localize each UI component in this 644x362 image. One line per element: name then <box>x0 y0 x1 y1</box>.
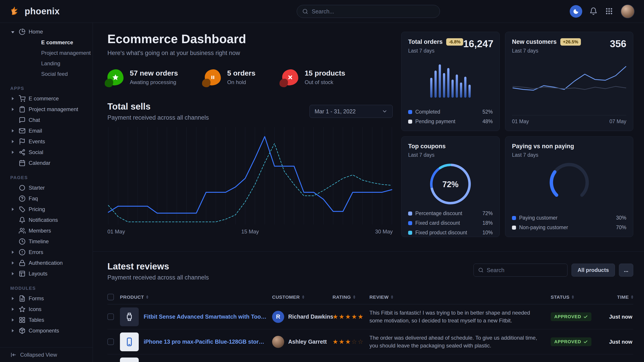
total-sells-chart <box>108 127 393 225</box>
navbar-actions <box>570 4 634 18</box>
sidebar-item-e-commerce-app[interactable]: E commerce <box>0 93 93 104</box>
chevron-right-icon <box>10 140 16 143</box>
legend-label: Fixed product discount <box>415 230 467 236</box>
sidebar-subitem-e-commerce[interactable]: E commerce <box>0 37 93 48</box>
total-sells-x-axis: 01 May 15 May 30 May <box>108 229 393 235</box>
chevron-right-icon <box>10 308 16 311</box>
sidebar-item-home[interactable]: Home <box>0 26 93 37</box>
column-header-rating[interactable]: RATING <box>332 295 370 300</box>
sidebar-subitem-label: E commerce <box>41 39 73 46</box>
reviews-search-input[interactable] <box>487 267 563 274</box>
sidebar-item-members[interactable]: Members <box>0 225 93 236</box>
column-label: STATUS <box>551 295 570 300</box>
column-header-review[interactable]: REVIEW <box>370 295 551 300</box>
notifications-button[interactable] <box>590 7 598 16</box>
global-search[interactable] <box>297 5 440 18</box>
column-header-status[interactable]: STATUS <box>551 295 602 300</box>
sidebar-item-label: E commerce <box>29 95 59 102</box>
sort-icon <box>391 295 393 299</box>
legend-item: Completed 52% <box>408 109 493 115</box>
alert-circle-icon <box>19 249 26 256</box>
sidebar-item-calendar[interactable]: Calendar <box>0 158 93 168</box>
row-checkbox[interactable] <box>108 314 114 320</box>
date-range-select[interactable]: Mar 1 - 31, 2022 <box>310 105 393 118</box>
sidebar-item-pricing[interactable]: Pricing <box>0 204 93 215</box>
table-row: iPhone 13 pro max-Pacific Blue-128GB sto… <box>108 329 633 355</box>
select-all-checkbox[interactable] <box>108 294 114 300</box>
sidebar-item-errors[interactable]: Errors <box>0 247 93 258</box>
sidebar-section-pages: PAGES <box>0 175 93 180</box>
sort-icon <box>631 295 633 299</box>
sidebar-item-label: Layouts <box>29 271 48 277</box>
sidebar-item-label: Pricing <box>29 206 45 212</box>
check-icon <box>583 315 588 319</box>
column-header-time[interactable]: TIME <box>602 295 633 300</box>
sidebar-item-chat[interactable]: Chat <box>0 115 93 125</box>
apps-grid-button[interactable] <box>605 7 614 16</box>
pie-chart-icon <box>19 28 26 35</box>
card-period: Last 7 days <box>512 152 626 158</box>
collapsed-view-toggle[interactable]: Collapsed View <box>0 347 93 362</box>
sidebar-subitem-landing[interactable]: Landing <box>0 58 93 69</box>
circle-icon <box>19 184 26 191</box>
sidebar-item-notifications[interactable]: Notifications <box>0 215 93 225</box>
legend-value: 10% <box>482 230 493 236</box>
app-root: phoenix Home E commerce Project manageme… <box>0 0 644 362</box>
sidebar-item-authentication[interactable]: Authentication <box>0 258 93 268</box>
cart-icon <box>19 95 26 102</box>
sidebar-item-events[interactable]: Events <box>0 136 93 147</box>
sidebar-item-icons[interactable]: Icons <box>0 304 93 315</box>
collapsed-view-label: Collapsed View <box>20 352 57 358</box>
theme-toggle-button[interactable] <box>570 5 582 18</box>
column-label: CUSTOMER <box>272 295 300 300</box>
sidebar-item-project-management-app[interactable]: Project management <box>0 104 93 115</box>
sidebar-item-starter[interactable]: Starter <box>0 182 93 193</box>
sidebar-item-label: Faq <box>29 195 38 202</box>
reviews-subtitle: Payment received across all channels <box>108 274 209 281</box>
more-options-button[interactable]: ... <box>619 264 633 277</box>
main-content: Ecommerce Dashboard Here's what's going … <box>93 23 644 362</box>
chevron-down-icon <box>382 108 388 114</box>
sidebar-item-email[interactable]: Email <box>0 125 93 136</box>
column-header-customer[interactable]: CUSTOMER <box>272 295 332 300</box>
table-row: Fitbit Sense Advanced Smartwatch with To… <box>108 304 633 329</box>
status-badge: APPROVED <box>551 338 592 346</box>
product-link[interactable]: Fitbit Sense Advanced Smartwatch with To… <box>144 314 267 320</box>
moon-icon <box>572 8 579 15</box>
stats-row: 57 new orders Awating processing 5 order… <box>108 69 393 85</box>
product-link[interactable]: iPhone 13 pro max-Pacific Blue-128GB sto… <box>144 339 267 345</box>
phone-icon <box>124 337 134 347</box>
global-search-input[interactable] <box>312 8 434 15</box>
product-image <box>120 333 139 351</box>
sidebar-item-social[interactable]: Social <box>0 147 93 158</box>
chevron-right-icon <box>10 318 16 322</box>
product-image <box>120 358 139 362</box>
user-avatar[interactable] <box>621 4 634 18</box>
stat-on-hold: 5 orders On hold <box>205 69 255 85</box>
row-checkbox[interactable] <box>108 339 114 345</box>
sidebar-item-layouts[interactable]: Layouts <box>0 268 93 279</box>
column-header-product[interactable]: PRODUCT <box>120 295 272 300</box>
axis-label: 30 May <box>375 229 393 235</box>
legend-item: Pending payment 48% <box>408 118 493 125</box>
stat-caption: On hold <box>227 79 255 85</box>
sidebar-subitem-project-management[interactable]: Project management <box>0 48 93 58</box>
reviews-table: PRODUCT CUSTOMER RATING REVIEW STATUS TI… <box>108 290 633 362</box>
sidebar-item-forms[interactable]: Forms <box>0 293 93 304</box>
sidebar-item-timeline[interactable]: Timeline <box>0 236 93 247</box>
sidebar-item-label: Authentication <box>29 260 63 266</box>
brand-logo[interactable]: phoenix <box>10 5 60 17</box>
sidebar-subitem-label: Landing <box>41 60 60 67</box>
sidebar-subitem-social-feed[interactable]: Social feed <box>0 69 93 79</box>
reviews-search[interactable] <box>474 264 568 277</box>
card-period: Last 7 days <box>408 152 493 158</box>
sidebar-item-label: Email <box>29 128 42 134</box>
sidebar-item-label: Events <box>29 138 45 145</box>
review-text: This Fitbit is fantastic! I was trying t… <box>370 309 551 325</box>
new-customers-chart <box>512 61 627 105</box>
all-products-button[interactable]: All products <box>572 264 615 277</box>
sidebar-item-tables[interactable]: Tables <box>0 315 93 325</box>
sidebar-item-components[interactable]: Components <box>0 325 93 336</box>
sidebar-item-faq[interactable]: Faq <box>0 193 93 204</box>
product-image <box>120 308 139 326</box>
